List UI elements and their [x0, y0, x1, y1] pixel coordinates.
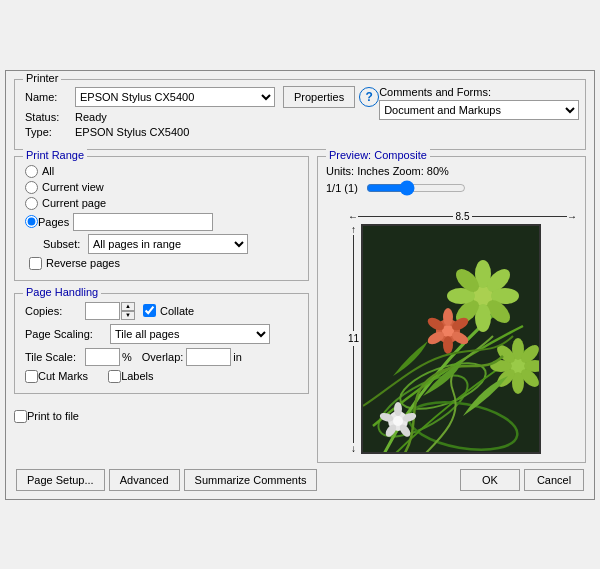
cancel-button[interactable]: Cancel: [524, 469, 584, 491]
preview-main-area: ↑ 11 ↓: [348, 224, 577, 454]
pages-radio[interactable]: [25, 215, 38, 228]
copies-down[interactable]: ▼: [121, 311, 135, 320]
page-handling-section: Page Handling Copies: 1 ▲ ▼ Collate Page…: [14, 293, 309, 394]
v-line2: [353, 346, 354, 443]
print-range-section: Print Range All Current view Current pag…: [14, 156, 309, 281]
page-info-text: 1/1 (1): [326, 182, 358, 194]
tile-scale-row: Tile Scale: 80 % Overlap: 0.005 in: [25, 348, 298, 366]
printer-name-row: Name: EPSON Stylus CX5400 Properties ?: [25, 86, 379, 108]
subset-select[interactable]: All pages in range Odd pages only Even p…: [88, 234, 248, 254]
printer-section: Printer Name: EPSON Stylus CX5400 Proper…: [14, 79, 586, 150]
page-scaling-select[interactable]: Tile all pages Fit to printable area Shr…: [110, 324, 270, 344]
scaling-row: Page Scaling: Tile all pages Fit to prin…: [25, 324, 298, 344]
labels-checkbox[interactable]: [108, 370, 121, 383]
svg-point-34: [394, 402, 402, 416]
subset-row: Subset: All pages in range Odd pages onl…: [43, 234, 298, 254]
h-line: [358, 216, 453, 217]
tile-scale-unit: %: [122, 351, 132, 363]
current-view-radio-row: Current view: [25, 181, 298, 194]
all-label: All: [42, 165, 54, 177]
arrow-left: ←: [348, 211, 358, 222]
all-radio[interactable]: [25, 165, 38, 178]
cut-marks-checkbox[interactable]: [25, 370, 38, 383]
type-label: Type:: [25, 126, 75, 138]
ok-button[interactable]: OK: [460, 469, 520, 491]
page-scaling-label: Page Scaling:: [25, 328, 110, 340]
reverse-pages-checkbox[interactable]: [29, 257, 42, 270]
collate-label: Collate: [160, 305, 194, 317]
reverse-pages-label: Reverse pages: [46, 257, 120, 269]
collate-checkbox[interactable]: [143, 304, 156, 317]
name-label: Name:: [25, 91, 75, 103]
current-page-label: Current page: [42, 197, 106, 209]
svg-point-26: [443, 308, 453, 326]
comments-forms-label: Comments and Forms:: [379, 86, 579, 98]
printer-name-select[interactable]: EPSON Stylus CX5400: [75, 87, 275, 107]
summarize-comments-button[interactable]: Summarize Comments: [184, 469, 318, 491]
preview-svg: [363, 226, 541, 454]
h-line2: [472, 216, 567, 217]
copies-row: Copies: 1 ▲ ▼ Collate: [25, 302, 298, 320]
overlap-input[interactable]: 0.005: [186, 348, 231, 366]
pages-input[interactable]: 1 - 1: [73, 213, 213, 231]
preview-section: Preview: Composite Units: Inches Zoom: 8…: [317, 156, 586, 463]
advanced-button[interactable]: Advanced: [109, 469, 180, 491]
tile-scale-label: Tile Scale:: [25, 351, 85, 363]
cut-marks-row: Cut Marks Labels: [25, 370, 298, 383]
copies-input[interactable]: 1: [85, 302, 120, 320]
subset-label: Subset:: [43, 238, 88, 250]
cut-marks-check-row: Cut Marks: [25, 370, 88, 383]
svg-point-33: [393, 416, 403, 426]
overlap-section: Overlap: 0.005 in: [142, 348, 242, 366]
copies-label: Copies:: [25, 305, 85, 317]
height-label: 11: [348, 333, 359, 344]
bottom-right-buttons: OK Cancel: [460, 469, 584, 491]
print-to-file-checkbox[interactable]: [14, 410, 27, 423]
bottom-left-buttons: Page Setup... Advanced Summarize Comment…: [16, 469, 317, 491]
page-setup-button[interactable]: Page Setup...: [16, 469, 105, 491]
labels-check-row: Labels: [108, 370, 153, 383]
arrow-up: ↑: [351, 224, 356, 235]
v-line: [353, 235, 354, 332]
printer-legend: Printer: [23, 72, 61, 84]
arrow-down: ↓: [351, 443, 356, 454]
current-page-radio[interactable]: [25, 197, 38, 210]
comments-forms-select[interactable]: Document and Markups Document Form Field…: [379, 100, 579, 120]
reverse-pages-row: Reverse pages: [29, 257, 298, 270]
print-dialog: Printer Name: EPSON Stylus CX5400 Proper…: [5, 70, 595, 500]
page-handling-legend: Page Handling: [23, 286, 101, 298]
overlap-unit: in: [233, 351, 242, 363]
printer-type-row: Type: EPSON Stylus CX5400: [25, 126, 379, 138]
cut-marks-label: Cut Marks: [38, 370, 88, 382]
preview-image-box: [361, 224, 541, 454]
comments-forms-area: Comments and Forms: Document and Markups…: [379, 86, 579, 120]
printer-status-row: Status: Ready: [25, 111, 379, 123]
copies-spinner: ▲ ▼: [121, 302, 135, 320]
overlap-label: Overlap:: [142, 351, 184, 363]
width-label: 8.5: [456, 211, 470, 222]
preview-legend: Preview: Composite: [326, 149, 430, 161]
status-value: Ready: [75, 111, 107, 123]
type-value: EPSON Stylus CX5400: [75, 126, 189, 138]
current-page-radio-row: Current page: [25, 197, 298, 210]
print-to-file-label: Print to file: [27, 410, 79, 422]
copies-up[interactable]: ▲: [121, 302, 135, 311]
info-icon[interactable]: ?: [359, 87, 379, 107]
labels-label: Labels: [121, 370, 153, 382]
tile-scale-input[interactable]: 80: [85, 348, 120, 366]
preview-fieldset: Preview: Composite Units: Inches Zoom: 8…: [317, 156, 586, 463]
pages-label: Pages: [38, 216, 69, 228]
arrow-right: →: [567, 211, 577, 222]
v-arrow-area: ↑ 11 ↓: [348, 224, 359, 454]
current-view-label: Current view: [42, 181, 104, 193]
print-range-legend: Print Range: [23, 149, 87, 161]
properties-button[interactable]: Properties: [283, 86, 355, 108]
collate-row: Collate: [143, 304, 194, 317]
preview-units: Units: Inches Zoom: 80%: [326, 165, 577, 177]
print-to-file-row: Print to file: [14, 410, 309, 423]
svg-point-29: [443, 336, 453, 354]
bottom-buttons-area: Page Setup... Advanced Summarize Comment…: [14, 469, 586, 491]
current-view-radio[interactable]: [25, 181, 38, 194]
preview-zoom-slider[interactable]: [366, 181, 466, 195]
all-radio-row: All: [25, 165, 298, 178]
